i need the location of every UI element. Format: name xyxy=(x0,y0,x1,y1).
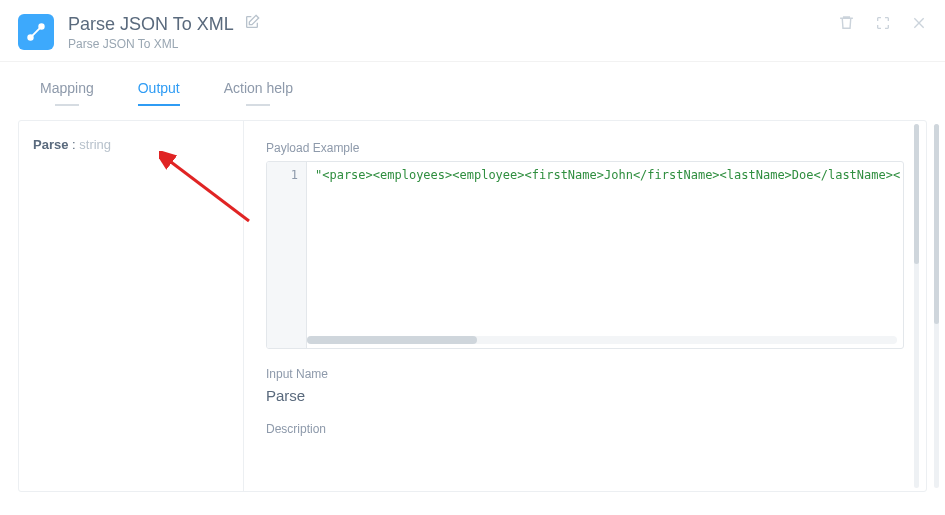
header: Parse JSON To XML Parse JSON To XML xyxy=(0,0,945,62)
header-text: Parse JSON To XML Parse JSON To XML xyxy=(68,14,838,51)
expand-icon[interactable] xyxy=(875,15,891,35)
svg-line-3 xyxy=(167,159,249,221)
code-scroll-thumb[interactable] xyxy=(307,336,477,344)
code-gutter: 1 xyxy=(267,162,307,348)
tab-output[interactable]: Output xyxy=(138,74,180,106)
page-title: Parse JSON To XML xyxy=(68,14,838,35)
input-name-block: Input Name Parse xyxy=(266,367,904,404)
output-main: Payload Example 1 "<parse><employees><em… xyxy=(244,121,926,491)
description-label: Description xyxy=(266,422,904,436)
payload-example-label: Payload Example xyxy=(266,141,904,155)
action-icon xyxy=(18,14,54,50)
trash-icon[interactable] xyxy=(838,14,855,35)
field-parse[interactable]: Parse : string xyxy=(33,137,229,152)
panel-scroll-thumb[interactable] xyxy=(914,124,919,264)
input-name-value: Parse xyxy=(266,387,904,404)
tab-mapping[interactable]: Mapping xyxy=(40,74,94,106)
title-text: Parse JSON To XML xyxy=(68,14,234,35)
header-actions xyxy=(838,14,927,35)
field-sep: : xyxy=(68,137,79,152)
field-type: string xyxy=(79,137,111,152)
input-name-label: Input Name xyxy=(266,367,904,381)
code-line-number: 1 xyxy=(267,162,306,182)
svg-line-2 xyxy=(32,28,40,36)
edit-icon[interactable] xyxy=(244,14,260,35)
page-scroll-thumb[interactable] xyxy=(934,124,939,324)
code-content: "<parse><employees><employee><firstName>… xyxy=(307,162,903,334)
fields-sidebar: Parse : string xyxy=(19,121,244,491)
field-name: Parse xyxy=(33,137,68,152)
panel-scrollbar[interactable] xyxy=(914,124,919,488)
close-icon[interactable] xyxy=(911,15,927,35)
page-subtitle: Parse JSON To XML xyxy=(68,37,838,51)
payload-code-box[interactable]: 1 "<parse><employees><employee><firstNam… xyxy=(266,161,904,349)
code-horizontal-scrollbar[interactable] xyxy=(307,336,897,344)
page-scrollbar[interactable] xyxy=(934,124,939,488)
output-panel: Parse : string Payload Example 1 "<parse… xyxy=(18,120,927,492)
description-block: Description xyxy=(266,422,904,436)
tabs: Mapping Output Action help xyxy=(0,74,945,106)
tab-action-help[interactable]: Action help xyxy=(224,74,293,106)
